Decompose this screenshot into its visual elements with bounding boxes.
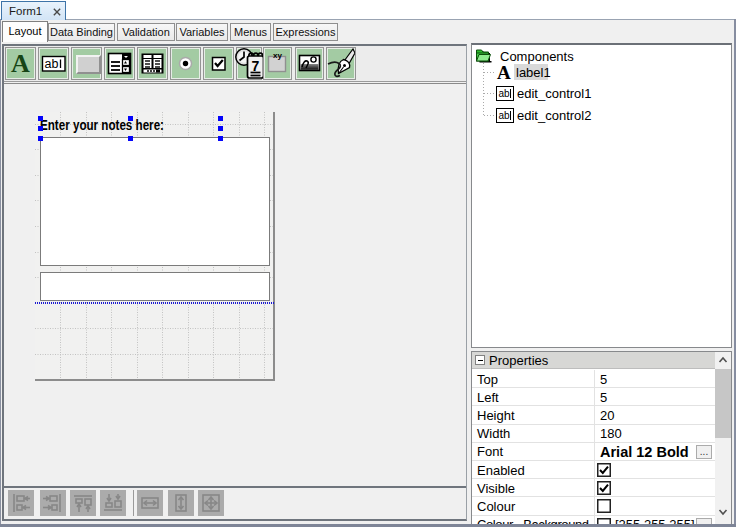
svg-text:A: A (11, 49, 30, 78)
svg-text:ab: ab (499, 88, 511, 99)
svg-text:xy: xy (273, 51, 282, 60)
svg-text:ab: ab (499, 110, 511, 121)
svg-text:ab: ab (45, 57, 59, 71)
svg-text:7: 7 (252, 58, 260, 74)
